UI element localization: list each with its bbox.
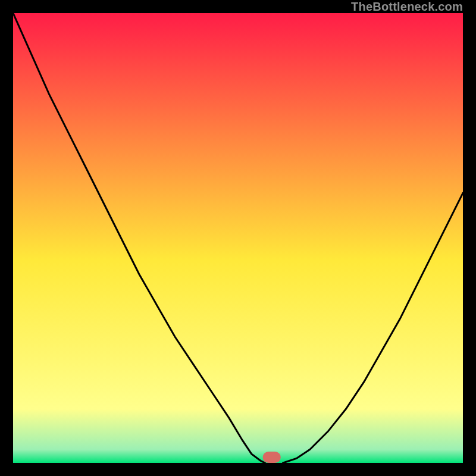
attribution-label: TheBottleneck.com [351, 0, 463, 14]
bottleneck-chart [13, 13, 463, 463]
minimum-marker [263, 452, 281, 463]
plot-background [13, 13, 463, 463]
